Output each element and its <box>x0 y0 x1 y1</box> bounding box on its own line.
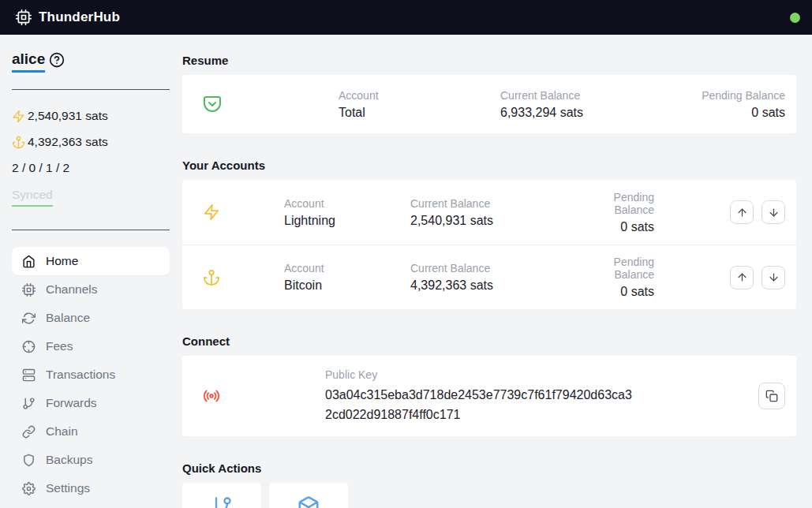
account-row-lightning: Account Lightning Current Balance 2,540,… <box>182 180 796 245</box>
git-branch-icon <box>22 397 36 410</box>
copy-button[interactable] <box>758 383 785 409</box>
pending-balance-value: 0 sats <box>604 220 654 234</box>
sidebar-item-chain[interactable]: Chain <box>12 417 170 446</box>
app-name: ThunderHub <box>39 9 120 25</box>
send-arrow-up-button[interactable] <box>730 266 754 289</box>
account-row-bitcoin: Account Bitcoin Current Balance 4,392,36… <box>182 245 796 309</box>
account-stat: Account Bitcoin <box>284 262 410 293</box>
current-balance-value: 6,933,294 sats <box>500 106 651 120</box>
sidebar-item-balance[interactable]: Balance <box>12 304 170 332</box>
sync-status-badge: Synced <box>12 188 53 207</box>
lightning-icon <box>203 204 284 221</box>
account-label: Account <box>339 89 500 102</box>
public-key-line2: 2cd022d91887f4ff0c171 <box>325 405 738 424</box>
current-balance-stat: Current Balance 4,392,363 sats <box>410 262 604 293</box>
sidebar-item-label: Balance <box>46 311 90 325</box>
sidebar: alice 2,540,931 sats 4,392,363 sats 2 / … <box>0 35 182 508</box>
resume-account-stat: Account Total <box>339 89 500 120</box>
app-logo[interactable]: ThunderHub <box>16 9 120 25</box>
resume-card: Account Total Current Balance 6,933,294 … <box>182 75 796 133</box>
cpu-icon <box>22 283 36 297</box>
lightning-balance: 2,540,931 sats <box>12 109 170 123</box>
resume-pending-balance-stat: Pending Balance 0 sats <box>651 89 785 120</box>
sidebar-item-backups[interactable]: Backups <box>12 446 170 474</box>
help-circle-icon[interactable] <box>49 52 65 68</box>
account-label: Account <box>284 262 410 275</box>
box-icon <box>297 495 320 508</box>
chain-balance: 4,392,363 sats <box>12 135 170 149</box>
radio-broadcast-icon <box>203 387 325 405</box>
public-key-label: Public Key <box>325 368 738 381</box>
send-arrow-up-button[interactable] <box>730 200 754 224</box>
resume-row: Account Total Current Balance 6,933,294 … <box>182 75 796 133</box>
connect-card: Public Key 03a04c315eba3d718de2453e7739c… <box>182 356 796 436</box>
lightning-balance-value: 2,540,931 sats <box>28 109 108 123</box>
top-bar: ThunderHub <box>0 0 812 35</box>
current-balance-label: Current Balance <box>500 89 651 102</box>
sidebar-item-label: Settings <box>46 481 90 495</box>
lightning-icon <box>12 110 25 123</box>
shield-icon <box>22 454 36 467</box>
pending-balance-value: 0 sats <box>604 285 654 299</box>
resume-section-title: Resume <box>182 54 796 67</box>
node-name-link[interactable]: alice <box>12 50 45 73</box>
current-balance-value: 4,392,363 sats <box>410 278 604 293</box>
pending-balance-label: Pending Balance <box>651 89 785 102</box>
sidebar-nav: Home Channels Balance Fees <box>12 247 170 502</box>
current-balance-stat: Current Balance 2,540,931 sats <box>410 197 604 228</box>
home-icon <box>22 255 36 268</box>
quick-action-box-card[interactable] <box>269 483 348 508</box>
sidebar-item-home[interactable]: Home <box>12 247 170 275</box>
current-balance-value: 2,540,931 sats <box>410 214 604 228</box>
connection-status-dot <box>790 13 800 23</box>
account-label: Account <box>284 197 410 210</box>
account-stat: Account Lightning <box>284 197 410 228</box>
pending-balance-stat: Pending Balance 0 sats <box>604 256 654 299</box>
sidebar-divider-top <box>12 89 170 90</box>
sidebar-item-label: Chain <box>46 424 78 439</box>
sidebar-item-channels[interactable]: Channels <box>12 275 170 304</box>
connect-row: Public Key 03a04c315eba3d718de2453e7739c… <box>182 356 796 436</box>
link-icon <box>22 425 36 439</box>
sidebar-item-label: Home <box>46 254 78 268</box>
channel-summary: 2 / 0 / 1 / 2 <box>12 161 170 175</box>
sidebar-item-settings[interactable]: Settings <box>12 474 170 502</box>
public-key-line1: 03a04c315eba3d718de2453e7739c7f61f79420d… <box>325 385 738 405</box>
your-accounts-card: Account Lightning Current Balance 2,540,… <box>182 180 796 309</box>
pending-balance-value: 0 sats <box>651 106 785 120</box>
git-branch-icon <box>211 495 233 508</box>
server-icon <box>22 368 36 382</box>
anchor-icon <box>12 136 25 149</box>
sidebar-item-label: Channels <box>46 282 98 297</box>
sidebar-item-transactions[interactable]: Transactions <box>12 360 170 389</box>
gear-icon <box>22 482 36 495</box>
anchor-icon <box>203 269 284 286</box>
sidebar-item-fees[interactable]: Fees <box>12 332 170 360</box>
sidebar-item-label: Transactions <box>46 368 115 382</box>
pocket-icon <box>203 95 339 114</box>
pending-balance-label: Pending Balance <box>604 191 654 216</box>
your-accounts-section-title: Your Accounts <box>182 159 796 172</box>
chain-balance-value: 4,392,363 sats <box>28 135 108 149</box>
sidebar-item-label: Forwards <box>46 396 97 410</box>
resume-current-balance-stat: Current Balance 6,933,294 sats <box>500 89 651 120</box>
cpu-logo-icon <box>16 9 32 25</box>
sidebar-divider-bottom <box>12 230 170 230</box>
quick-actions-section-title: Quick Actions <box>182 461 796 475</box>
sidebar-item-label: Backups <box>46 453 92 467</box>
main-content: Resume Account Total Current Balance 6,9… <box>182 35 812 508</box>
account-value: Lightning <box>284 214 410 228</box>
swap-arrows-icon <box>22 312 36 325</box>
receive-arrow-down-button[interactable] <box>761 200 785 224</box>
receive-arrow-down-button[interactable] <box>761 266 785 289</box>
quick-action-forward-card[interactable] <box>182 483 261 508</box>
sidebar-item-label: Fees <box>46 339 73 353</box>
public-key-stat: Public Key 03a04c315eba3d718de2453e7739c… <box>325 368 738 424</box>
account-value: Bitcoin <box>284 278 410 293</box>
pending-balance-stat: Pending Balance 0 sats <box>604 191 654 234</box>
pending-balance-label: Pending Balance <box>604 256 654 281</box>
current-balance-label: Current Balance <box>410 197 604 210</box>
account-value: Total <box>339 106 500 120</box>
sidebar-item-forwards[interactable]: Forwards <box>12 389 170 417</box>
crosshair-icon <box>22 340 36 353</box>
